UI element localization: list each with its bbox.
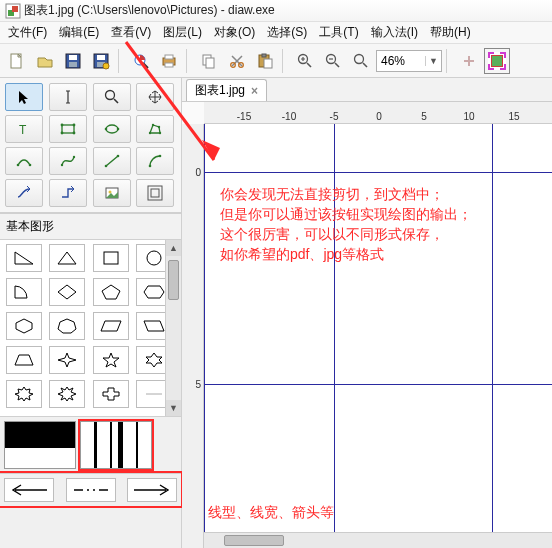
line-start-arrow[interactable] xyxy=(4,478,54,502)
shapes-panel-header[interactable]: 基本图形 xyxy=(0,213,181,240)
line-end-arrow[interactable] xyxy=(127,478,177,502)
shape-square[interactable] xyxy=(93,244,129,272)
annotation-main: 你会发现无法直接剪切，到文档中； 但是你可以通过该按钮实现绘图的输出； 这个很厉… xyxy=(220,184,472,264)
bezier-tool[interactable] xyxy=(5,147,43,175)
paste-button[interactable] xyxy=(252,48,278,74)
spline-tool[interactable] xyxy=(49,147,87,175)
colorpicker-button[interactable] xyxy=(484,48,510,74)
pan-tool[interactable] xyxy=(136,83,174,111)
select-tool[interactable] xyxy=(5,83,43,111)
menu-layer[interactable]: 图层(L) xyxy=(157,22,208,43)
scroll-thumb[interactable] xyxy=(168,260,179,300)
svg-point-35 xyxy=(149,132,151,134)
menu-edit[interactable]: 编辑(E) xyxy=(53,22,105,43)
svg-point-46 xyxy=(159,155,162,158)
shape-cross[interactable] xyxy=(93,380,129,408)
workarea: T 基本图形 xyxy=(0,78,552,548)
window-title: 图表1.jpg (C:\Users\lenovo\Pictures) - dia… xyxy=(24,2,275,19)
shape-star4[interactable] xyxy=(49,346,85,374)
menu-help[interactable]: 帮助(H) xyxy=(424,22,477,43)
shapes-scrollbar[interactable]: ▲ ▼ xyxy=(165,240,181,416)
rect-tool[interactable] xyxy=(49,115,87,143)
svg-point-36 xyxy=(152,124,154,126)
svg-rect-50 xyxy=(151,189,159,197)
svg-rect-21 xyxy=(264,59,272,68)
left-pane: T 基本图形 xyxy=(0,78,182,548)
zoomout-button[interactable] xyxy=(320,48,346,74)
svg-point-38 xyxy=(159,132,161,134)
copy-button[interactable] xyxy=(196,48,222,74)
save-button[interactable] xyxy=(60,48,86,74)
saveas-button[interactable] xyxy=(88,48,114,74)
fg-bg-swatch[interactable] xyxy=(4,421,76,469)
svg-rect-13 xyxy=(165,55,173,59)
new-button[interactable] xyxy=(4,48,30,74)
shape-trapezoid[interactable] xyxy=(6,346,42,374)
shape-pentagon[interactable] xyxy=(93,278,129,306)
zoomin-button[interactable] xyxy=(292,48,318,74)
ellipse-tool[interactable] xyxy=(93,115,131,143)
drawing-canvas[interactable]: 你会发现无法直接剪切，到文档中； 但是你可以通过该按钮实现绘图的输出； 这个很厉… xyxy=(204,124,552,532)
tab-document-1[interactable]: 图表1.jpg × xyxy=(186,79,267,101)
svg-point-25 xyxy=(105,91,114,100)
canvas-hscrollbar[interactable] xyxy=(204,532,552,548)
svg-point-32 xyxy=(106,125,118,133)
shape-parallelogram[interactable] xyxy=(93,312,129,340)
export-button[interactable] xyxy=(128,48,154,74)
scroll-up-icon[interactable]: ▲ xyxy=(166,240,181,256)
print-button[interactable] xyxy=(156,48,182,74)
shape-star7[interactable] xyxy=(6,380,42,408)
polygon-tool[interactable] xyxy=(136,115,174,143)
shape-heptagon[interactable] xyxy=(49,312,85,340)
cut-button[interactable] xyxy=(224,48,250,74)
annotation-bottom: 线型、线宽、箭头等 xyxy=(208,502,334,522)
main-toolbar: ▼ xyxy=(0,44,552,78)
chevron-down-icon[interactable]: ▼ xyxy=(425,56,441,66)
zoomfit-button[interactable] xyxy=(348,48,374,74)
line-tool[interactable] xyxy=(93,147,131,175)
guide-v xyxy=(492,124,493,532)
shape-diamond[interactable] xyxy=(49,278,85,306)
outline-tool[interactable] xyxy=(136,179,174,207)
menu-view[interactable]: 查看(V) xyxy=(105,22,157,43)
menu-file[interactable]: 文件(F) xyxy=(2,22,53,43)
arc-tool[interactable] xyxy=(136,147,174,175)
add-button[interactable] xyxy=(456,48,482,74)
shape-hexagon[interactable] xyxy=(6,312,42,340)
tab-label: 图表1.jpg xyxy=(195,82,245,99)
shape-star8[interactable] xyxy=(49,380,85,408)
hatch-pattern-swatch[interactable] xyxy=(80,421,152,469)
scroll-down-icon[interactable]: ▼ xyxy=(166,400,181,416)
shape-quarter[interactable] xyxy=(6,278,42,306)
ruler-h-tick: -15 xyxy=(237,111,251,122)
toolbar-sep-3 xyxy=(282,49,288,73)
svg-rect-2 xyxy=(12,6,18,12)
menu-tools[interactable]: 工具(T) xyxy=(313,22,364,43)
shape-triangle[interactable] xyxy=(49,244,85,272)
menu-ime[interactable]: 输入法(I) xyxy=(365,22,424,43)
shape-right-triangle[interactable] xyxy=(6,244,42,272)
text-tool[interactable]: T xyxy=(5,115,43,143)
document-tabs: 图表1.jpg × xyxy=(182,78,552,102)
connector1-tool[interactable] xyxy=(5,179,43,207)
hscroll-thumb[interactable] xyxy=(224,535,284,546)
close-icon[interactable]: × xyxy=(251,84,258,98)
svg-point-28 xyxy=(60,124,63,127)
zoom-tool[interactable] xyxy=(93,83,131,111)
connector2-tool[interactable] xyxy=(49,179,87,207)
title-bar: 图表1.jpg (C:\Users\lenovo\Pictures) - dia… xyxy=(0,0,552,22)
ruler-v-tick: 5 xyxy=(195,379,201,390)
shapes-grid xyxy=(0,240,181,416)
open-button[interactable] xyxy=(32,48,58,74)
image-tool[interactable] xyxy=(93,179,131,207)
svg-rect-49 xyxy=(148,186,162,200)
shape-star5[interactable] xyxy=(93,346,129,374)
zoom-combo[interactable]: ▼ xyxy=(376,50,442,72)
text-cursor-tool[interactable] xyxy=(49,83,87,111)
menu-select[interactable]: 选择(S) xyxy=(261,22,313,43)
zoom-input[interactable] xyxy=(377,54,425,68)
line-dash-style[interactable] xyxy=(66,478,116,502)
ruler-h-tick: -10 xyxy=(282,111,296,122)
menu-object[interactable]: 对象(O) xyxy=(208,22,261,43)
ruler-v-tick: 0 xyxy=(195,167,201,178)
